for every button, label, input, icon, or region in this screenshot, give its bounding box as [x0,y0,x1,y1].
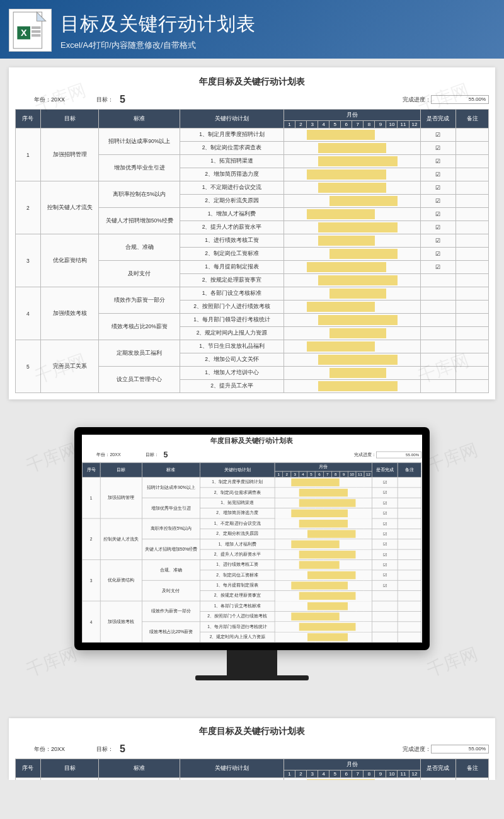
cell-note[interactable] [456,142,489,155]
cell-note[interactable] [456,181,489,195]
col-seq: 序号 [16,110,41,129]
col-standard: 标准 [99,110,180,129]
cell-note[interactable] [456,274,489,287]
cell-action: 1、制定月度季度招聘计划 [180,778,284,781]
cell-done[interactable]: ☑ [372,488,398,498]
goal-label: 目标： [96,745,113,753]
cell-done[interactable]: ☑ [420,234,456,248]
cell-done[interactable] [420,301,456,314]
cell-done[interactable]: ☑ [420,129,456,142]
cell-done[interactable] [420,287,456,301]
cell-note[interactable] [456,208,489,221]
cell-done[interactable] [372,632,398,642]
col-standard: 标准 [142,462,200,477]
month-header: 11 [398,121,409,129]
cell-note[interactable] [456,301,489,314]
cell-done[interactable]: ☑ [372,560,398,570]
col-month: 月份 [284,110,421,121]
cell-done[interactable]: ☑ [420,208,456,221]
cell-done[interactable]: ☑ [420,248,456,261]
cell-done[interactable]: ☑ [420,142,456,155]
svg-rect-5 [32,34,40,37]
cell-done[interactable]: ☑ [372,498,398,508]
cell-note[interactable] [398,539,421,549]
cell-note[interactable] [398,611,421,621]
cell-done[interactable]: ☑ [372,508,398,518]
cell-note[interactable] [398,477,421,487]
cell-note[interactable] [456,248,489,261]
cell-done[interactable]: ☑ [372,539,398,549]
cell-note[interactable] [398,508,421,518]
cell-note[interactable] [398,529,421,539]
cell-note[interactable] [456,155,489,168]
cell-action: 1、进行绩效考核工资 [200,560,275,570]
cell-done[interactable] [372,591,398,601]
cell-note[interactable] [398,580,421,590]
monitor-frame: 年度目标及关键行动计划表 年份： 20XX 目标： 5 完成进度： 55.00%… [74,427,430,680]
cell-standard: 设立员工管理中心 [99,367,180,393]
cell-note[interactable] [398,570,421,580]
progress-label: 完成进度： [403,745,431,753]
cell-done[interactable]: ☑ [420,195,456,208]
cell-note[interactable] [398,518,421,529]
cell-done[interactable] [420,327,456,340]
cell-note[interactable] [398,632,421,642]
cell-note[interactable] [456,168,489,181]
cell-note[interactable] [398,488,421,498]
cell-done[interactable]: ☑ [420,168,456,181]
cell-note[interactable] [456,778,489,781]
month-header: 7 [323,471,331,477]
cell-done[interactable]: ☑ [420,155,456,168]
cell-done[interactable] [372,622,398,632]
cell-note[interactable] [456,314,489,327]
cell-note[interactable] [398,591,421,601]
cell-note[interactable] [456,129,489,142]
month-header: 10 [348,471,356,477]
cell-done[interactable]: ☑ [420,221,456,234]
cell-done[interactable] [420,367,456,380]
cell-action: 1、每月提前制定报表 [200,580,275,590]
cell-action: 2、制定岗位工资标准 [200,570,275,580]
cell-note[interactable] [398,549,421,559]
cell-note[interactable] [398,601,421,611]
cell-done[interactable] [420,274,456,287]
cell-note[interactable] [456,234,489,248]
cell-done[interactable] [420,340,456,353]
cell-note[interactable] [456,221,489,234]
cell-note[interactable] [456,287,489,301]
cell-note[interactable] [398,498,421,508]
cell-done[interactable]: ☑ [420,778,456,781]
cell-done[interactable] [372,601,398,611]
cell-done[interactable]: ☑ [372,549,398,559]
col-goal: 目标 [100,462,142,477]
table-row: 4加强绩效考核绩效作为薪资一部分1、各部门设立考核标准 [82,601,421,611]
month-header: 10 [386,770,398,778]
cell-done[interactable]: ☑ [420,261,456,274]
cell-seq: 5 [16,340,41,393]
cell-note[interactable] [398,560,421,570]
cell-note[interactable] [456,261,489,274]
cell-done[interactable] [420,314,456,327]
cell-note[interactable] [456,380,489,393]
cell-note[interactable] [456,367,489,380]
cell-note[interactable] [456,195,489,208]
month-header: 3 [307,770,318,778]
cell-done[interactable]: ☑ [372,529,398,539]
month-header: 11 [398,770,409,778]
cell-done[interactable]: ☑ [420,181,456,195]
cell-done[interactable] [420,353,456,367]
cell-note[interactable] [456,327,489,340]
cell-done[interactable]: ☑ [372,580,398,590]
cell-note[interactable] [456,353,489,367]
cell-note[interactable] [456,340,489,353]
cell-standard: 及时支付 [142,580,200,601]
col-month: 月份 [284,759,421,770]
cell-done[interactable] [372,611,398,621]
month-header: 2 [295,770,307,778]
cell-done[interactable]: ☑ [372,518,398,529]
cell-done[interactable]: ☑ [372,477,398,487]
cell-note[interactable] [398,622,421,632]
cell-done[interactable] [420,380,456,393]
cell-action: 2、规定时间内上报人力资源 [200,632,275,642]
cell-done[interactable]: ☑ [372,570,398,580]
